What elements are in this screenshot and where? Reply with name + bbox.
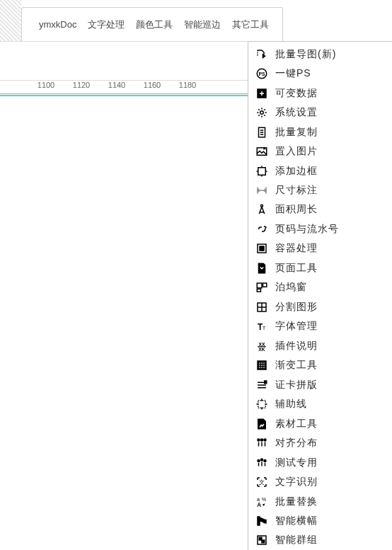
svg-point-26 — [261, 459, 263, 461]
menu-item-assets[interactable]: 素材工具 — [248, 414, 392, 433]
dock-icon — [254, 280, 270, 295]
menu-text-processing[interactable]: 文字处理 — [83, 16, 129, 34]
menu-item-test-only[interactable]: 测试专用 — [248, 453, 392, 472]
svg-rect-12 — [257, 290, 260, 292]
menu-item-label: 批量复制 — [275, 126, 318, 139]
ruler-mark: 1120 — [73, 81, 90, 89]
ruler-mark: 1100 — [38, 81, 54, 89]
menu-item-variable-data[interactable]: 可变数据 — [248, 84, 392, 103]
menu-item-label: 添加边框 — [275, 165, 318, 178]
menu-item-system-settings[interactable]: 系统设置 — [248, 103, 392, 122]
page-icon — [254, 260, 270, 276]
document-icon — [254, 125, 270, 140]
menu-item-place-image[interactable]: 置入图片 — [248, 142, 392, 161]
menu-item-label: 页码与流水号 — [275, 223, 339, 236]
menu-other-tools[interactable]: 其它工具 — [228, 16, 273, 34]
svg-text:A: A — [257, 501, 261, 508]
menu-item-one-click-ps[interactable]: PS一键PS — [248, 64, 392, 83]
menu-item-label: 页面工具 — [275, 262, 318, 275]
menu-item-label: 字体管理 — [275, 320, 318, 333]
menu-item-label: 证卡拼版 — [275, 379, 318, 391]
menu-item-label: 可变数据 — [275, 87, 318, 100]
plugin-icon: XXXK — [254, 338, 270, 354]
gear-icon — [254, 105, 270, 120]
gradient-icon — [254, 357, 270, 373]
align-icon — [254, 435, 270, 451]
svg-text:PS: PS — [258, 71, 265, 76]
svg-rect-10 — [257, 283, 262, 288]
svg-text:T: T — [263, 325, 266, 331]
svg-point-24 — [264, 439, 266, 441]
tab-bar-decoration — [0, 0, 21, 41]
group-icon — [254, 532, 270, 548]
menu-item-align-distribute[interactable]: 对齐分布 — [248, 433, 392, 452]
menu-item-split-shape[interactable]: 分割图形 — [248, 297, 392, 316]
svg-rect-20 — [265, 381, 267, 384]
border-icon — [254, 164, 270, 179]
svg-rect-35 — [262, 540, 265, 543]
doc-name: ymxkDoc — [35, 16, 81, 33]
svg-text:%: % — [262, 497, 266, 502]
menu-item-page-number[interactable]: 页码与流水号 — [248, 219, 392, 239]
menu-item-label: 辅助线 — [275, 398, 307, 411]
menu-item-ocr[interactable]: 文文字识别 — [248, 472, 392, 491]
menu-item-container[interactable]: 容器处理 — [248, 239, 392, 258]
container-icon — [254, 241, 270, 256]
menu-item-page-tools[interactable]: 页面工具 — [248, 258, 392, 277]
menu-item-label: 一键PS — [275, 67, 311, 80]
menu-item-smart-group[interactable]: 智能群组 — [248, 531, 392, 550]
menu-item-batch-replace[interactable]: a%A批量替换 — [248, 492, 392, 511]
ruler-mark: 1160 — [144, 81, 161, 89]
menu-item-label: 容器处理 — [275, 242, 318, 255]
font-icon: TT — [254, 319, 270, 334]
svg-point-3 — [260, 111, 264, 115]
menu-item-card-layout[interactable]: 证卡拼版 — [248, 375, 392, 394]
menu-item-batch-export-new[interactable]: 批量导图(新) — [248, 45, 392, 64]
menu-item-label: 智能横幅 — [275, 515, 318, 527]
svg-point-7 — [261, 205, 263, 207]
menu-item-label: 批量导图(新) — [275, 48, 336, 61]
menu-item-label: 泊坞窗 — [275, 281, 307, 294]
test-icon — [254, 455, 270, 471]
compass-icon — [254, 202, 270, 217]
menu-item-smart-banner[interactable]: 智能横幅 — [248, 511, 392, 530]
svg-point-22 — [258, 439, 260, 441]
menu-item-gradient[interactable]: 渐变工具 — [248, 356, 392, 375]
image-place-icon — [254, 144, 270, 159]
document-tab-bar: ymxkDoc 文字处理 颜色工具 智能巡边 其它工具 — [0, 0, 392, 41]
menu-smart-edge[interactable]: 智能巡边 — [180, 16, 225, 34]
guides-icon — [254, 396, 270, 412]
replace-icon: a%A — [254, 494, 270, 510]
menu-item-label: 测试专用 — [275, 457, 318, 469]
ocr-icon: 文 — [254, 474, 270, 490]
svg-rect-6 — [258, 167, 266, 175]
svg-rect-9 — [260, 246, 264, 251]
menu-item-batch-copy[interactable]: 批量复制 — [248, 122, 392, 142]
menu-item-plugin-help[interactable]: XXXK插件说明 — [248, 336, 392, 355]
menu-item-label: 面积周长 — [275, 203, 318, 216]
menu-item-font-manage[interactable]: TT字体管理 — [248, 317, 392, 336]
svg-rect-11 — [263, 283, 267, 287]
menu-item-label: 插件说明 — [275, 340, 318, 353]
link-arrow-icon — [254, 222, 270, 237]
menu-item-label: 对齐分布 — [275, 437, 318, 449]
svg-text:XX: XX — [258, 342, 265, 347]
menu-item-dock-window[interactable]: 泊坞窗 — [248, 278, 392, 297]
svg-rect-21 — [258, 401, 266, 408]
export-new-icon — [254, 47, 270, 62]
menu-item-label: 系统设置 — [275, 106, 318, 119]
menu-item-area-perimeter[interactable]: 面积周长 — [248, 200, 392, 219]
menu-item-label: 文字识别 — [275, 476, 318, 488]
dimension-icon — [254, 183, 270, 198]
svg-rect-18 — [258, 361, 266, 369]
card-icon — [254, 377, 270, 393]
svg-point-25 — [258, 459, 260, 462]
menu-item-add-border[interactable]: 添加边框 — [248, 161, 392, 181]
menu-item-label: 分割图形 — [275, 301, 318, 314]
menu-item-label: 批量替换 — [275, 495, 318, 508]
ruler-mark: 1140 — [108, 81, 125, 89]
menu-item-guides[interactable]: 辅助线 — [248, 394, 392, 413]
menu-item-dimension[interactable]: 尺寸标注 — [248, 181, 392, 200]
document-tab[interactable]: ymxkDoc 文字处理 颜色工具 智能巡边 其它工具 — [21, 7, 283, 41]
menu-color-tools[interactable]: 颜色工具 — [132, 16, 177, 34]
